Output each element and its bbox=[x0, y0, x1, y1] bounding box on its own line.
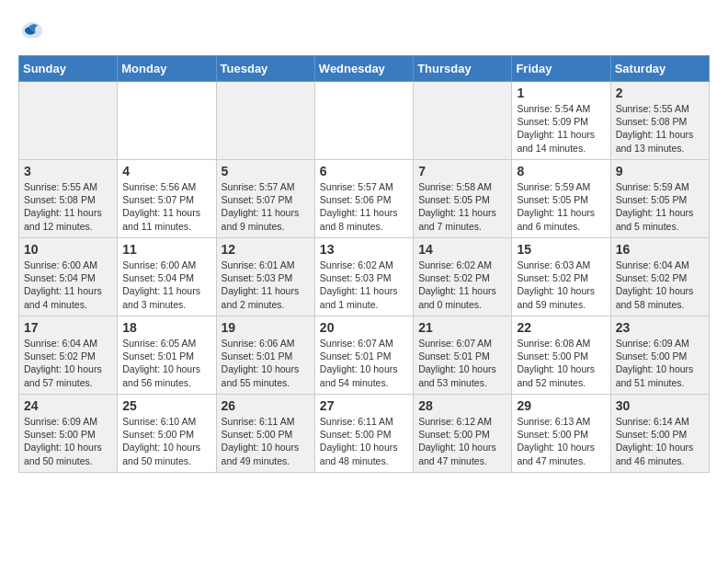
day-info: Sunrise: 5:58 AM Sunset: 5:05 PM Dayligh… bbox=[418, 180, 506, 233]
day-number: 12 bbox=[222, 242, 310, 257]
day-info: Sunrise: 6:00 AM Sunset: 5:04 PM Dayligh… bbox=[122, 259, 210, 311]
day-info: Sunrise: 6:08 AM Sunset: 5:00 PM Dayligh… bbox=[517, 337, 605, 389]
day-number: 4 bbox=[122, 164, 210, 178]
day-info: Sunrise: 6:07 AM Sunset: 5:01 PM Dayligh… bbox=[418, 337, 506, 389]
calendar-cell: 28Sunrise: 6:12 AM Sunset: 5:00 PM Dayli… bbox=[414, 395, 512, 473]
day-info: Sunrise: 6:09 AM Sunset: 5:00 PM Dayligh… bbox=[24, 415, 112, 467]
day-info: Sunrise: 6:00 AM Sunset: 5:04 PM Dayligh… bbox=[24, 259, 112, 311]
calendar-week-2: 3Sunrise: 5:55 AM Sunset: 5:08 PM Daylig… bbox=[19, 160, 710, 238]
calendar-header-row: SundayMondayTuesdayWednesdayThursdayFrid… bbox=[19, 56, 710, 82]
day-number: 3 bbox=[24, 164, 112, 178]
calendar-cell: 2Sunrise: 5:55 AM Sunset: 5:08 PM Daylig… bbox=[610, 82, 709, 160]
day-info: Sunrise: 6:04 AM Sunset: 5:02 PM Dayligh… bbox=[24, 337, 112, 389]
day-info: Sunrise: 6:11 AM Sunset: 5:00 PM Dayligh… bbox=[222, 415, 310, 467]
calendar-cell: 17Sunrise: 6:04 AM Sunset: 5:02 PM Dayli… bbox=[19, 316, 118, 395]
day-number: 30 bbox=[616, 398, 704, 413]
day-number: 26 bbox=[222, 398, 310, 413]
day-info: Sunrise: 6:11 AM Sunset: 5:00 PM Dayligh… bbox=[320, 415, 408, 467]
calendar-cell: 8Sunrise: 5:59 AM Sunset: 5:05 PM Daylig… bbox=[512, 160, 610, 238]
weekday-header-monday: Monday bbox=[118, 56, 216, 82]
calendar-cell bbox=[314, 82, 413, 160]
page-header bbox=[18, 18, 710, 46]
day-number: 16 bbox=[616, 242, 704, 257]
day-number: 5 bbox=[222, 164, 310, 178]
calendar-cell: 10Sunrise: 6:00 AM Sunset: 5:04 PM Dayli… bbox=[19, 238, 118, 316]
calendar-cell: 7Sunrise: 5:58 AM Sunset: 5:05 PM Daylig… bbox=[414, 160, 512, 238]
calendar-week-3: 10Sunrise: 6:00 AM Sunset: 5:04 PM Dayli… bbox=[19, 238, 710, 316]
day-number: 23 bbox=[616, 320, 704, 335]
weekday-header-saturday: Saturday bbox=[610, 56, 709, 82]
day-info: Sunrise: 6:03 AM Sunset: 5:02 PM Dayligh… bbox=[517, 259, 605, 311]
day-info: Sunrise: 6:02 AM Sunset: 5:03 PM Dayligh… bbox=[320, 259, 408, 311]
calendar-cell bbox=[19, 82, 118, 160]
day-info: Sunrise: 6:05 AM Sunset: 5:01 PM Dayligh… bbox=[122, 337, 210, 389]
day-number: 9 bbox=[616, 164, 704, 178]
calendar-week-5: 24Sunrise: 6:09 AM Sunset: 5:00 PM Dayli… bbox=[19, 395, 710, 473]
calendar-cell: 26Sunrise: 6:11 AM Sunset: 5:00 PM Dayli… bbox=[216, 395, 314, 473]
weekday-header-sunday: Sunday bbox=[19, 56, 118, 82]
day-info: Sunrise: 6:10 AM Sunset: 5:00 PM Dayligh… bbox=[122, 415, 210, 467]
day-info: Sunrise: 5:57 AM Sunset: 5:06 PM Dayligh… bbox=[320, 180, 408, 233]
calendar-week-1: 1Sunrise: 5:54 AM Sunset: 5:09 PM Daylig… bbox=[19, 82, 710, 160]
day-number: 22 bbox=[517, 320, 605, 335]
day-info: Sunrise: 5:59 AM Sunset: 5:05 PM Dayligh… bbox=[517, 180, 605, 233]
day-info: Sunrise: 6:04 AM Sunset: 5:02 PM Dayligh… bbox=[616, 259, 704, 311]
calendar-cell: 24Sunrise: 6:09 AM Sunset: 5:00 PM Dayli… bbox=[19, 395, 118, 473]
calendar-body: 1Sunrise: 5:54 AM Sunset: 5:09 PM Daylig… bbox=[19, 82, 710, 473]
day-number: 14 bbox=[418, 242, 506, 257]
weekday-header-tuesday: Tuesday bbox=[216, 56, 314, 82]
calendar-cell: 23Sunrise: 6:09 AM Sunset: 5:00 PM Dayli… bbox=[610, 316, 709, 395]
calendar-cell bbox=[216, 82, 314, 160]
day-number: 11 bbox=[122, 242, 210, 257]
day-number: 15 bbox=[517, 242, 605, 257]
calendar-cell: 18Sunrise: 6:05 AM Sunset: 5:01 PM Dayli… bbox=[118, 316, 216, 395]
logo bbox=[18, 18, 51, 46]
day-number: 17 bbox=[24, 320, 112, 335]
day-info: Sunrise: 5:55 AM Sunset: 5:08 PM Dayligh… bbox=[616, 102, 704, 155]
weekday-header-thursday: Thursday bbox=[414, 56, 512, 82]
calendar-cell: 29Sunrise: 6:13 AM Sunset: 5:00 PM Dayli… bbox=[512, 395, 610, 473]
calendar-cell: 22Sunrise: 6:08 AM Sunset: 5:00 PM Dayli… bbox=[512, 316, 610, 395]
calendar-cell: 30Sunrise: 6:14 AM Sunset: 5:00 PM Dayli… bbox=[610, 395, 709, 473]
day-info: Sunrise: 6:02 AM Sunset: 5:02 PM Dayligh… bbox=[418, 259, 506, 311]
day-number: 25 bbox=[122, 398, 210, 413]
day-number: 27 bbox=[320, 398, 408, 413]
day-info: Sunrise: 5:55 AM Sunset: 5:08 PM Dayligh… bbox=[24, 180, 112, 233]
calendar-table: SundayMondayTuesdayWednesdayThursdayFrid… bbox=[18, 55, 710, 473]
calendar-cell bbox=[414, 82, 512, 160]
day-number: 13 bbox=[320, 242, 408, 257]
calendar-cell: 27Sunrise: 6:11 AM Sunset: 5:00 PM Dayli… bbox=[314, 395, 413, 473]
day-number: 7 bbox=[418, 164, 506, 178]
day-info: Sunrise: 6:06 AM Sunset: 5:01 PM Dayligh… bbox=[222, 337, 310, 389]
day-number: 29 bbox=[517, 398, 605, 413]
day-number: 2 bbox=[616, 86, 704, 100]
calendar-cell: 14Sunrise: 6:02 AM Sunset: 5:02 PM Dayli… bbox=[414, 238, 512, 316]
calendar-cell: 9Sunrise: 5:59 AM Sunset: 5:05 PM Daylig… bbox=[610, 160, 709, 238]
day-info: Sunrise: 6:07 AM Sunset: 5:01 PM Dayligh… bbox=[320, 337, 408, 389]
day-number: 21 bbox=[418, 320, 506, 335]
day-number: 28 bbox=[418, 398, 506, 413]
calendar-cell: 21Sunrise: 6:07 AM Sunset: 5:01 PM Dayli… bbox=[414, 316, 512, 395]
calendar-cell: 12Sunrise: 6:01 AM Sunset: 5:03 PM Dayli… bbox=[216, 238, 314, 316]
calendar-cell: 20Sunrise: 6:07 AM Sunset: 5:01 PM Dayli… bbox=[314, 316, 413, 395]
calendar-cell: 25Sunrise: 6:10 AM Sunset: 5:00 PM Dayli… bbox=[118, 395, 216, 473]
day-info: Sunrise: 6:12 AM Sunset: 5:00 PM Dayligh… bbox=[418, 415, 506, 467]
day-info: Sunrise: 6:09 AM Sunset: 5:00 PM Dayligh… bbox=[616, 337, 704, 389]
calendar-cell: 19Sunrise: 6:06 AM Sunset: 5:01 PM Dayli… bbox=[216, 316, 314, 395]
day-number: 1 bbox=[517, 86, 605, 100]
weekday-header-wednesday: Wednesday bbox=[314, 56, 413, 82]
day-info: Sunrise: 5:59 AM Sunset: 5:05 PM Dayligh… bbox=[616, 180, 704, 233]
day-number: 18 bbox=[122, 320, 210, 335]
weekday-header-friday: Friday bbox=[512, 56, 610, 82]
calendar-cell: 6Sunrise: 5:57 AM Sunset: 5:06 PM Daylig… bbox=[314, 160, 413, 238]
calendar-cell bbox=[118, 82, 216, 160]
calendar-cell: 1Sunrise: 5:54 AM Sunset: 5:09 PM Daylig… bbox=[512, 82, 610, 160]
calendar-week-4: 17Sunrise: 6:04 AM Sunset: 5:02 PM Dayli… bbox=[19, 316, 710, 395]
day-info: Sunrise: 6:14 AM Sunset: 5:00 PM Dayligh… bbox=[616, 415, 704, 467]
logo-bird-icon bbox=[18, 18, 46, 46]
day-number: 19 bbox=[222, 320, 310, 335]
day-info: Sunrise: 5:57 AM Sunset: 5:07 PM Dayligh… bbox=[222, 180, 310, 233]
calendar-cell: 11Sunrise: 6:00 AM Sunset: 5:04 PM Dayli… bbox=[118, 238, 216, 316]
day-info: Sunrise: 6:01 AM Sunset: 5:03 PM Dayligh… bbox=[222, 259, 310, 311]
calendar-cell: 13Sunrise: 6:02 AM Sunset: 5:03 PM Dayli… bbox=[314, 238, 413, 316]
